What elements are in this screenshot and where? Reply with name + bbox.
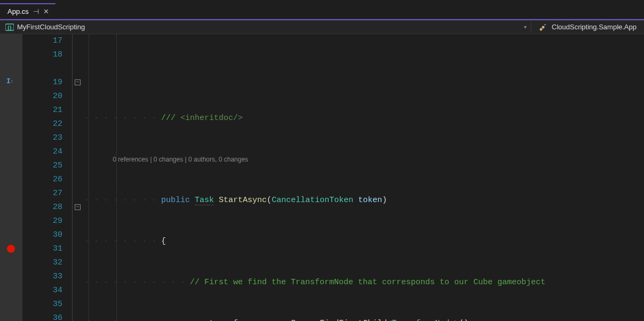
code-line[interactable] [84, 70, 575, 84]
fold-margin[interactable]: − − [73, 34, 84, 321]
lineno: 28 [22, 200, 62, 214]
chevron-down-icon[interactable]: ▾ [524, 24, 531, 30]
lineno: 36 [22, 311, 62, 321]
lineno: 27 [22, 187, 62, 200]
namespace-icon: {} [5, 23, 14, 31]
class-icon [539, 23, 547, 31]
lineno: 33 [22, 270, 62, 284]
nav-scope[interactable]: {} MyFirstCloudScripting [0, 23, 524, 31]
code-line[interactable]: · · · · · · · · { [84, 235, 575, 248]
fold-toggle[interactable]: − [75, 204, 81, 210]
close-icon[interactable]: ✕ [43, 7, 49, 15]
suggestion-icon[interactable]: I↑ [6, 77, 14, 85]
nav-scope-text: MyFirstCloudScripting [17, 23, 85, 31]
blank-lineno [22, 62, 62, 76]
lineno: 26 [22, 173, 62, 187]
code-line[interactable]: · · · · · · · · · · · // First we find t… [84, 276, 575, 290]
code-line[interactable]: · · · · · · · · public Task StartAsync(C… [84, 194, 575, 207]
nav-member-text: CloudScripting.Sample.App [552, 23, 637, 31]
lineno: 22 [22, 117, 62, 131]
pin-icon[interactable]: ⊣ [33, 7, 39, 15]
codelens-line[interactable]: · · · · · · · · 0 references | 0 changes… [84, 153, 575, 166]
svg-text:{}: {} [7, 25, 12, 30]
lineno: 21 [22, 103, 62, 117]
lineno: 35 [22, 298, 62, 311]
lineno: 31 [22, 242, 62, 256]
tab-strip: App.cs ⊣ ✕ [0, 0, 644, 19]
line-numbers: 17 18 19 20 21 22 23 24 25 26 27 28 29 3… [22, 34, 73, 321]
lineno: 18 [22, 48, 62, 62]
breakpoint-dot[interactable] [7, 245, 15, 253]
fold-toggle[interactable]: − [75, 79, 81, 85]
lineno: 34 [22, 284, 62, 298]
tab-filename: App.cs [7, 7, 29, 15]
lineno: 24 [22, 145, 62, 159]
file-tab[interactable]: App.cs ⊣ ✕ [0, 3, 55, 19]
code-area[interactable]: · · · · · · · · /// <inheritdoc/> · · · … [84, 34, 575, 321]
breakpoint-margin[interactable]: I↑ [0, 34, 22, 321]
nav-member[interactable]: CloudScripting.Sample.App [531, 23, 644, 31]
lineno: 20 [22, 90, 62, 103]
lineno: 17 [22, 34, 62, 48]
code-editor[interactable]: I↑ 17 18 19 20 21 22 23 24 25 26 27 28 2… [0, 34, 644, 321]
code-line[interactable]: · · · · · · · · · · · var transform = _a… [84, 317, 575, 321]
lineno: 29 [22, 214, 62, 228]
navigation-bar: {} MyFirstCloudScripting ▾ CloudScriptin… [0, 19, 644, 34]
lineno: 23 [22, 131, 62, 145]
code-line[interactable]: · · · · · · · · /// <inheritdoc/> [84, 111, 575, 125]
lineno: 25 [22, 159, 62, 173]
lineno: 32 [22, 256, 62, 270]
lineno: 19 [22, 76, 62, 90]
lineno: 30 [22, 228, 62, 242]
